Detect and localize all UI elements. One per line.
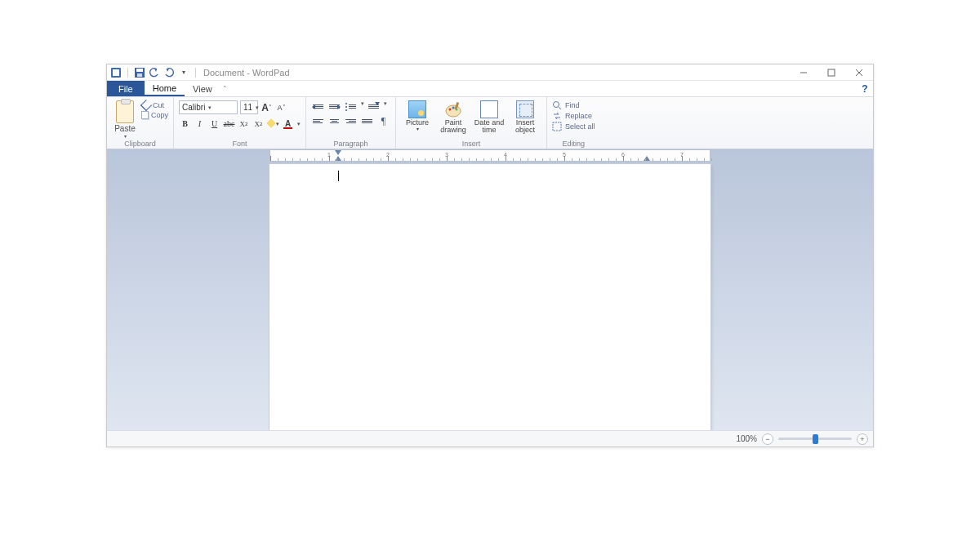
- group-font: Calibri▾ 11▾ A˄ A˅ B I U abc X2: [174, 97, 306, 149]
- help-icon[interactable]: ?: [857, 81, 873, 96]
- subscript-button[interactable]: X2: [238, 118, 250, 130]
- align-right-button[interactable]: [344, 115, 358, 127]
- highlighter-icon: [267, 119, 275, 129]
- copy-icon: [141, 111, 149, 119]
- group-insert: Picture ▾ Paint drawing Date and time In…: [396, 97, 547, 149]
- replace-button[interactable]: Replace: [552, 111, 595, 121]
- zoom-in-button[interactable]: +: [857, 433, 868, 445]
- paste-icon: [116, 100, 134, 123]
- group-label-font: Font: [233, 140, 247, 149]
- chevron-down-icon[interactable]: ▾: [361, 100, 364, 113]
- bullet-list-button[interactable]: [344, 100, 358, 113]
- tab-file[interactable]: File: [107, 81, 145, 96]
- svg-rect-6: [828, 69, 835, 76]
- highlight-button[interactable]: ▾: [267, 118, 279, 130]
- font-size-combo[interactable]: 11▾: [240, 100, 258, 114]
- replace-label: Replace: [565, 112, 592, 120]
- group-label-paragraph: Paragraph: [334, 140, 368, 149]
- page-area: [107, 162, 873, 430]
- replace-icon: [552, 111, 562, 121]
- grow-font-button[interactable]: A˄: [261, 101, 273, 113]
- qat-customize-icon[interactable]: ▾: [178, 67, 189, 78]
- find-icon: [552, 100, 562, 110]
- maximize-button[interactable]: [817, 64, 845, 81]
- svg-rect-4: [137, 73, 142, 77]
- picture-icon: [408, 100, 426, 118]
- find-label: Find: [565, 101, 580, 109]
- bold-button[interactable]: B: [179, 118, 191, 130]
- tab-home[interactable]: Home: [145, 81, 185, 96]
- paste-dropdown-icon[interactable]: ▾: [124, 133, 127, 139]
- paint-icon: [444, 100, 462, 118]
- minimize-button[interactable]: [790, 64, 817, 81]
- group-paragraph: ▾ ▾ ¶ Paragraph: [306, 97, 396, 149]
- text-cursor: [338, 171, 339, 181]
- insert-paint-label: Paint drawing: [437, 119, 470, 135]
- qat-separator: [127, 68, 128, 78]
- zoom-level-label: 100%: [736, 434, 757, 443]
- copy-label: Copy: [151, 111, 168, 119]
- cut-label: Cut: [153, 101, 164, 109]
- save-icon[interactable]: [134, 67, 145, 78]
- svg-point-11: [452, 107, 455, 109]
- chevron-down-icon: ▾: [416, 127, 419, 131]
- insert-paint-button[interactable]: Paint drawing: [437, 100, 470, 135]
- calendar-icon: [480, 100, 498, 118]
- paragraph-dialog-button[interactable]: ¶: [376, 115, 390, 127]
- align-justify-button[interactable]: [360, 115, 374, 127]
- increase-indent-button[interactable]: [327, 100, 341, 113]
- document-page[interactable]: [270, 164, 710, 430]
- insert-date-label: Date and time: [473, 119, 506, 135]
- tab-view[interactable]: View: [185, 81, 220, 96]
- copy-button[interactable]: Copy: [141, 111, 168, 119]
- chevron-down-icon: ▾: [208, 104, 212, 111]
- italic-button[interactable]: I: [194, 118, 206, 130]
- insert-object-button[interactable]: Insert object: [509, 100, 541, 135]
- insert-picture-label: Picture: [406, 119, 429, 127]
- shrink-font-button[interactable]: A˅: [275, 101, 287, 113]
- window-controls: [790, 64, 873, 81]
- close-button[interactable]: [845, 64, 873, 81]
- chevron-down-icon[interactable]: ▾: [297, 121, 301, 127]
- wordpad-window: ▾ Document - WordPad File Home View ˄ ? …: [106, 64, 874, 447]
- app-icon: [110, 67, 122, 78]
- insert-picture-button[interactable]: Picture ▾: [401, 100, 434, 132]
- underline-button[interactable]: U: [208, 118, 220, 130]
- undo-icon[interactable]: [149, 67, 160, 78]
- zoom-out-button[interactable]: −: [762, 433, 773, 445]
- font-color-button[interactable]: A: [282, 118, 294, 130]
- group-label-clipboard: Clipboard: [124, 140, 156, 149]
- align-center-button[interactable]: [327, 115, 341, 127]
- quick-access-toolbar: ▾: [107, 67, 198, 78]
- zoom-slider-thumb[interactable]: [813, 434, 818, 444]
- ribbon-collapse-icon[interactable]: ˄: [220, 81, 230, 96]
- ribbon-tabs: File Home View ˄ ?: [107, 81, 873, 97]
- find-button[interactable]: Find: [552, 100, 595, 110]
- group-editing: Find Replace Select all: [547, 97, 600, 149]
- title-bar: ▾ Document - WordPad: [107, 64, 873, 81]
- zoom-slider[interactable]: [778, 438, 852, 440]
- select-all-button[interactable]: Select all: [552, 122, 595, 131]
- decrease-indent-button[interactable]: [311, 100, 325, 113]
- cut-button[interactable]: Cut: [141, 100, 168, 109]
- insert-object-label: Insert object: [509, 119, 541, 135]
- insert-date-button[interactable]: Date and time: [473, 100, 506, 135]
- strikethrough-button[interactable]: abc: [223, 118, 235, 130]
- window-title: Document - WordPad: [203, 68, 290, 78]
- font-color-swatch: [283, 127, 292, 129]
- horizontal-ruler[interactable]: 1234567: [107, 149, 873, 162]
- cut-icon: [141, 100, 150, 109]
- font-name-combo[interactable]: Calibri▾: [179, 100, 238, 114]
- status-bar: 100% − +: [107, 430, 873, 447]
- svg-point-10: [449, 109, 452, 111]
- chevron-down-icon[interactable]: ▾: [384, 100, 387, 113]
- paste-button[interactable]: Paste ▾: [112, 100, 138, 139]
- font-size-value: 11: [243, 103, 252, 112]
- redo-icon[interactable]: [163, 67, 175, 78]
- chevron-down-icon: ▾: [276, 121, 279, 127]
- select-all-icon: [552, 122, 562, 131]
- align-left-button[interactable]: [311, 115, 325, 127]
- superscript-button[interactable]: X2: [252, 118, 265, 130]
- line-spacing-button[interactable]: [367, 100, 381, 113]
- svg-rect-16: [553, 122, 561, 131]
